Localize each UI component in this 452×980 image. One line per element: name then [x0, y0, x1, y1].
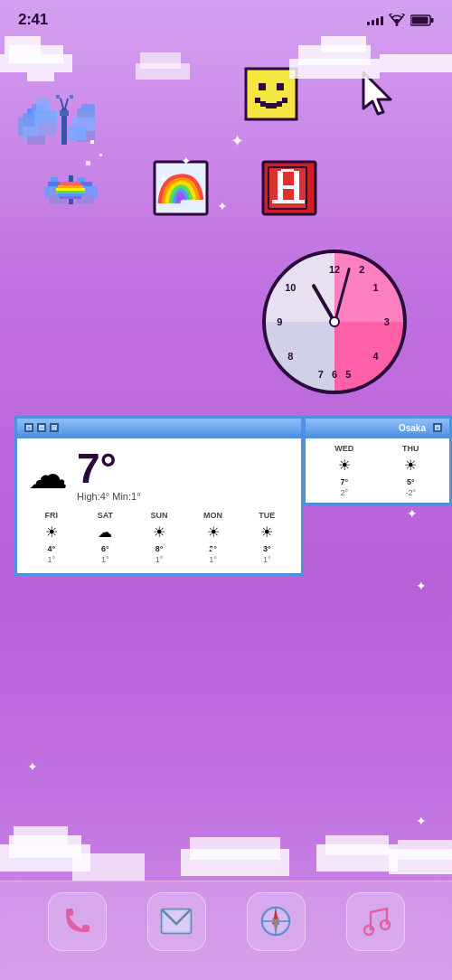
- fri-low: 1°: [47, 555, 55, 564]
- svg-rect-12: [431, 18, 434, 23]
- wed-low: 2°: [340, 488, 348, 497]
- apple-store-icon-container: [347, 61, 412, 127]
- clock-num-12: 12: [329, 264, 340, 275]
- mail-icon: [160, 908, 193, 935]
- clock-num-3: 3: [384, 316, 390, 327]
- svg-rect-38: [259, 83, 266, 90]
- phone-icon: [61, 905, 93, 938]
- svg-rect-57: [56, 188, 85, 191]
- clock-face: 12 1 3 4 5 7 8 9 10 6 2: [262, 250, 407, 394]
- fri-label: FRI: [45, 511, 59, 520]
- wed-high: 7°: [340, 477, 348, 486]
- svg-rect-37: [246, 69, 297, 119]
- forecast-thu: THU ☀ 5° -2°: [380, 444, 443, 497]
- titlebar-max[interactable]: □: [50, 423, 59, 432]
- tue-low: 1°: [263, 555, 271, 564]
- titlebar-close[interactable]: ×: [24, 423, 33, 432]
- dock-safari[interactable]: [247, 892, 306, 951]
- svg-rect-58: [56, 191, 85, 193]
- forecast-mon: MON ☀ 2° 1°: [186, 511, 240, 564]
- weather-titlebar-2: Osaka ×: [306, 419, 449, 438]
- sun-label: SUN: [150, 511, 167, 520]
- signal-icon: [367, 14, 383, 25]
- status-icons: [367, 14, 434, 26]
- svg-rect-59: [58, 193, 83, 196]
- titlebar-close-2[interactable]: ×: [433, 423, 442, 432]
- clock-center: [329, 316, 340, 327]
- app-widgetclub-clock[interactable]: 12 1 3 4 5 7 8 9 10 6 2 WidgetClub: [235, 242, 434, 410]
- svg-point-10: [396, 24, 399, 26]
- mon-icon: ☀: [207, 523, 220, 541]
- svg-rect-22: [38, 122, 56, 136]
- fitness-icon: [153, 160, 209, 216]
- clock-num-10: 10: [285, 282, 296, 293]
- sat-high: 6°: [101, 544, 109, 553]
- music-icon: [360, 905, 391, 938]
- dock: [0, 881, 452, 980]
- svg-rect-29: [60, 110, 69, 116]
- thu-high: 5°: [407, 477, 415, 486]
- clock-widget: 12 1 3 4 5 7 8 9 10 6 2: [262, 250, 407, 394]
- status-bar: 2:41: [0, 0, 452, 40]
- svg-rect-40: [255, 98, 260, 103]
- thu-icon: ☀: [404, 457, 417, 474]
- apple-store-icon: [360, 71, 400, 118]
- bar3: [376, 18, 379, 25]
- bar2: [372, 20, 374, 25]
- weather-widget-2: Osaka × WED ☀ 7° 2° THU ☀ 5° -2°: [303, 416, 452, 505]
- osaka-label: Osaka: [399, 423, 426, 433]
- weather-cloud-icon: ☁: [28, 455, 68, 495]
- forecast-fri: FRI ☀ 4° 1°: [24, 511, 79, 564]
- svg-rect-18: [27, 136, 45, 145]
- svg-rect-55: [60, 182, 81, 185]
- dock-music[interactable]: [346, 892, 405, 951]
- svg-rect-44: [282, 98, 287, 103]
- butterfly-icon: [18, 90, 118, 181]
- svg-marker-45: [363, 72, 391, 114]
- thu-low: -2°: [405, 488, 416, 497]
- svg-rect-64: [281, 169, 294, 172]
- weather-forecast: FRI ☀ 4° 1° SAT ☁ 6° 1° SUN ☀ 8° 1° MON: [17, 505, 301, 573]
- svg-rect-60: [60, 196, 81, 199]
- svg-rect-67: [279, 185, 297, 189]
- svg-rect-39: [277, 83, 284, 90]
- photo-booth-icon: [244, 67, 298, 121]
- dock-phone[interactable]: [48, 892, 107, 951]
- battery-icon: [410, 14, 434, 26]
- wed-icon: ☀: [338, 457, 351, 474]
- clock-num-4: 4: [373, 351, 379, 362]
- mon-low: 1°: [209, 555, 217, 564]
- svg-rect-36: [86, 161, 90, 165]
- titlebar-dots: × − □: [24, 423, 59, 432]
- clock-num-8: 8: [287, 351, 293, 362]
- svg-rect-43: [277, 101, 282, 107]
- fitness-icon-container: [148, 155, 213, 221]
- forecast-wed: WED ☀ 7° 2°: [313, 444, 376, 497]
- svg-rect-56: [58, 185, 83, 188]
- sat-label: SAT: [98, 511, 113, 520]
- wed-label: WED: [334, 444, 353, 453]
- titlebar-min[interactable]: −: [37, 423, 46, 432]
- safari-icon: [259, 905, 292, 938]
- forecast-tue: TUE ☀ 3° 1°: [240, 511, 294, 564]
- svg-rect-27: [68, 127, 86, 140]
- svg-rect-41: [260, 101, 266, 107]
- svg-rect-33: [70, 95, 73, 99]
- sun-icon: ☀: [153, 523, 165, 541]
- forecast-sun: SUN ☀ 8° 1°: [132, 511, 186, 564]
- garageband-icon: [261, 160, 317, 216]
- fri-icon: ☀: [45, 523, 58, 541]
- weather-section: × − □ ☁ 7° High:4° Min:1° FRI ☀ 4° 1° SA…: [0, 416, 452, 576]
- clock-num-1: 1: [373, 282, 379, 293]
- tue-icon: ☀: [260, 523, 273, 541]
- clock-num-9: 9: [277, 316, 282, 327]
- weather-titlebar: × − □: [17, 419, 301, 438]
- svg-rect-42: [266, 103, 277, 108]
- status-time: 2:41: [18, 11, 48, 29]
- svg-rect-32: [56, 95, 60, 99]
- svg-rect-35: [99, 154, 102, 156]
- dock-mail[interactable]: [147, 892, 206, 951]
- mon-label: MON: [203, 511, 222, 520]
- weather-main: ☁ 7° High:4° Min:1°: [17, 438, 301, 505]
- sat-icon: ☁: [98, 523, 112, 541]
